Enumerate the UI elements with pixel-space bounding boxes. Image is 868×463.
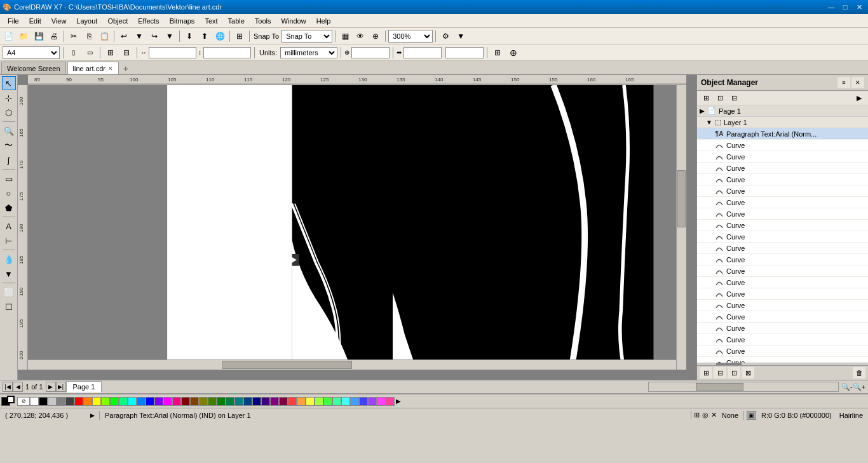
transform-btn[interactable]: ⊞: [491, 46, 505, 60]
menu-edit[interactable]: Edit: [24, 16, 46, 26]
obj-paragraph-text[interactable]: ¶A Paragraph Text:Arial (Norm...: [697, 128, 868, 140]
swatch-23[interactable]: [226, 397, 234, 406]
obj-curve-7[interactable]: Curve: [697, 208, 868, 220]
swatch-24[interactable]: [234, 397, 243, 406]
tool-zoom[interactable]: 🔍: [2, 124, 16, 138]
page-prev-btn[interactable]: ◀: [13, 382, 23, 392]
swatch-15[interactable]: [154, 397, 163, 406]
om-new-master-layer-btn[interactable]: ⊟: [714, 367, 726, 379]
landscape-btn[interactable]: ▭: [83, 46, 97, 60]
tool-polygon[interactable]: ⬟: [2, 201, 16, 215]
swatch-14[interactable]: [146, 397, 154, 406]
menu-text[interactable]: Text: [200, 16, 222, 26]
swatch-27[interactable]: [261, 397, 270, 406]
swatch-8[interactable]: [92, 397, 101, 406]
cut-button[interactable]: ✂: [67, 29, 81, 43]
copy-button[interactable]: ⎘: [82, 29, 96, 43]
menu-tools[interactable]: Tools: [250, 16, 276, 26]
obj-curve-10[interactable]: Curve: [697, 243, 868, 254]
panel-close-btn[interactable]: ✕: [851, 77, 864, 88]
obj-curve-15[interactable]: Curve: [697, 300, 868, 311]
add-tab-button[interactable]: +: [120, 63, 132, 74]
page-height-input[interactable]: 297,0 mm: [203, 47, 251, 58]
obj-curve-6[interactable]: Curve: [697, 197, 868, 208]
minimize-button[interactable]: —: [825, 2, 837, 12]
swatch-4[interactable]: [57, 397, 65, 406]
object-list[interactable]: ¶A Paragraph Text:Arial (Norm... Curve C…: [697, 128, 868, 363]
swatch-41[interactable]: [386, 397, 395, 406]
maximize-button[interactable]: □: [839, 2, 851, 12]
tool-ellipse[interactable]: ○: [2, 186, 16, 200]
swatch-1[interactable]: [30, 397, 39, 406]
page-tab-1[interactable]: Page 1: [66, 381, 102, 393]
view-btn2[interactable]: 👁: [353, 29, 367, 43]
om-show-objects[interactable]: ⊟: [728, 92, 740, 104]
palette-scroll-right[interactable]: ▶: [395, 398, 402, 405]
redo-dropdown[interactable]: ▼: [163, 29, 177, 43]
swatch-34[interactable]: [323, 397, 332, 406]
swatch-40[interactable]: [377, 397, 386, 406]
tool-connector[interactable]: ⊢: [2, 234, 16, 248]
obj-curve-2[interactable]: Curve: [697, 151, 868, 163]
om-edit-across[interactable]: ⊡: [714, 92, 726, 104]
tool-outline[interactable]: ⬜: [2, 285, 16, 299]
tool-rectangle[interactable]: ▭: [2, 171, 16, 185]
units-dropdown[interactable]: millimeters: [280, 47, 337, 58]
page-first-btn[interactable]: |◀: [3, 382, 13, 392]
zoom-out-btn[interactable]: 🔍-: [841, 383, 853, 391]
swatch-33[interactable]: [315, 397, 323, 406]
obj-curve-20[interactable]: Curve: [697, 357, 868, 363]
options-btn[interactable]: ⚙: [438, 29, 452, 43]
swatch-26[interactable]: [252, 397, 261, 406]
swatch-10[interactable]: [110, 397, 119, 406]
drawing-viewport[interactable]: [28, 85, 686, 370]
swatch-32[interactable]: [306, 397, 315, 406]
obj-curve-3[interactable]: Curve: [697, 163, 868, 174]
swatch-20[interactable]: [199, 397, 208, 406]
menu-window[interactable]: Window: [276, 16, 311, 26]
scroll-v-thumb[interactable]: [677, 170, 686, 227]
tool-smartfill[interactable]: ⬡: [2, 105, 16, 119]
swatch-2[interactable]: [39, 397, 48, 406]
swatch-28[interactable]: [270, 397, 279, 406]
swatch-9[interactable]: [101, 397, 110, 406]
om-options[interactable]: ▶: [853, 92, 865, 104]
swatch-12[interactable]: [128, 397, 137, 406]
canvas-area[interactable]: 85 90 95 100 105 110 115 120 125 130 135…: [18, 75, 696, 380]
obj-curve-4[interactable]: Curve: [697, 174, 868, 185]
menu-help[interactable]: Help: [311, 16, 336, 26]
swatch-37[interactable]: [350, 397, 359, 406]
page-settings-btn[interactable]: ⊞: [104, 46, 118, 60]
tool-fill[interactable]: ▼: [2, 267, 16, 281]
swatch-6[interactable]: [74, 397, 83, 406]
tab-line-art[interactable]: line art.cdr ✕: [67, 62, 119, 74]
undo-button[interactable]: ↩: [117, 29, 131, 43]
swatch-21[interactable]: [208, 397, 217, 406]
tool-freehand[interactable]: 〜: [2, 138, 16, 152]
om-new-layer-btn[interactable]: ⊞: [700, 367, 712, 379]
scroll-h-thumb[interactable]: [222, 361, 352, 369]
swatch-25[interactable]: [243, 397, 252, 406]
swatch-16[interactable]: [163, 397, 172, 406]
menu-file[interactable]: File: [3, 16, 24, 26]
page-last-btn[interactable]: ▶|: [56, 382, 66, 392]
tab-welcome-screen[interactable]: Welcome Screen: [1, 62, 66, 74]
nudge-input[interactable]: 0,1 mm: [351, 47, 390, 58]
obj-curve-9[interactable]: Curve: [697, 231, 868, 243]
tool-interactive[interactable]: ☐: [2, 300, 16, 314]
menu-layout[interactable]: Layout: [71, 16, 102, 26]
view-btn1[interactable]: ▦: [338, 29, 352, 43]
undo-dropdown[interactable]: ▼: [132, 29, 146, 43]
window-controls[interactable]: — □ ✕: [825, 2, 865, 12]
new-button[interactable]: 📄: [1, 29, 15, 43]
swatch-31[interactable]: [297, 397, 306, 406]
swatch-5[interactable]: [65, 397, 74, 406]
publish-button[interactable]: 🌐: [213, 29, 227, 43]
paste-button[interactable]: 📋: [97, 29, 111, 43]
close-button[interactable]: ✕: [853, 2, 865, 12]
panel-lock-btn[interactable]: ≡: [837, 77, 850, 88]
swatch-18[interactable]: [181, 397, 190, 406]
tool-eyedropper[interactable]: 💧: [2, 252, 16, 266]
obj-curve-11[interactable]: Curve: [697, 254, 868, 265]
redo-button[interactable]: ↪: [147, 29, 161, 43]
